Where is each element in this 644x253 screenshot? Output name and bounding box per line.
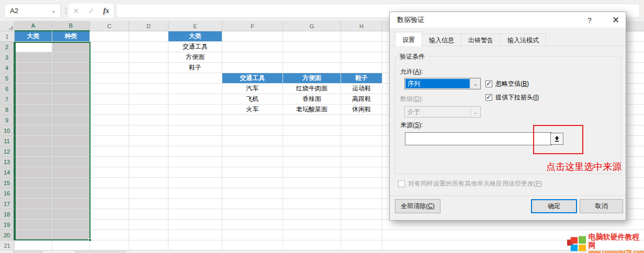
cell-F13[interactable] bbox=[222, 157, 283, 167]
cell-A2[interactable] bbox=[15, 42, 52, 52]
cell-H5[interactable]: 鞋子 bbox=[341, 73, 382, 84]
cell-H15[interactable] bbox=[341, 178, 382, 188]
cell-H4[interactable] bbox=[341, 63, 382, 73]
cell-E18[interactable] bbox=[168, 209, 222, 220]
cell-D5[interactable] bbox=[129, 73, 168, 84]
cell-E17[interactable] bbox=[168, 199, 222, 209]
in-cell-dropdown-checkbox[interactable]: 提供下拉箭头(I) bbox=[485, 93, 539, 102]
row-header-21[interactable]: 21 bbox=[0, 240, 15, 251]
cell-G13[interactable] bbox=[283, 157, 341, 167]
allow-dropdown[interactable]: 序列 ⌄ bbox=[404, 78, 481, 89]
checkbox-icon[interactable] bbox=[485, 94, 492, 101]
watermark-url[interactable]: www.computer26.com bbox=[588, 249, 644, 253]
cell-H1[interactable] bbox=[341, 31, 382, 42]
cell-D3[interactable] bbox=[129, 52, 168, 63]
row-header-18[interactable]: 18 bbox=[0, 209, 15, 220]
cell-F8[interactable]: 火车 bbox=[222, 105, 283, 115]
cell-F9[interactable] bbox=[222, 115, 283, 125]
column-header-D[interactable]: D bbox=[129, 21, 168, 31]
row-header-12[interactable]: 12 bbox=[0, 146, 15, 157]
cell-C2[interactable] bbox=[90, 42, 129, 52]
cell-C17[interactable] bbox=[90, 199, 129, 209]
cell-G10[interactable] bbox=[283, 125, 341, 136]
cell-H17[interactable] bbox=[341, 199, 382, 209]
cell-C20[interactable] bbox=[90, 230, 129, 240]
chevron-down-icon[interactable]: ⌄ bbox=[51, 7, 56, 14]
select-all-corner[interactable] bbox=[0, 21, 15, 31]
cell-A1[interactable]: 大类 bbox=[15, 31, 52, 42]
cell-G8[interactable]: 老坛酸菜面 bbox=[283, 105, 341, 115]
column-header-B[interactable]: B bbox=[52, 21, 90, 31]
cell-B5[interactable] bbox=[52, 73, 90, 84]
row-header-9[interactable]: 9 bbox=[0, 115, 15, 125]
sheet-tab-partial[interactable] bbox=[75, 251, 126, 253]
cell-H9[interactable] bbox=[341, 115, 382, 125]
cell-H2[interactable] bbox=[341, 42, 382, 52]
row-header-15[interactable]: 15 bbox=[0, 178, 15, 188]
cell-G21[interactable] bbox=[283, 240, 341, 251]
cell-H21[interactable] bbox=[341, 240, 382, 251]
cell-E20[interactable] bbox=[168, 230, 222, 240]
cell-H18[interactable] bbox=[341, 209, 382, 220]
cancel-entry-icon[interactable]: ✕ bbox=[73, 6, 80, 16]
cell-D20[interactable] bbox=[129, 230, 168, 240]
row-header-8[interactable]: 8 bbox=[0, 105, 15, 115]
checkbox-icon[interactable] bbox=[485, 80, 492, 87]
column-header-A[interactable]: A bbox=[15, 21, 52, 31]
cell-C14[interactable] bbox=[90, 167, 129, 178]
cell-A14[interactable] bbox=[15, 167, 52, 178]
column-header-H[interactable]: H bbox=[341, 21, 382, 31]
cell-C3[interactable] bbox=[90, 52, 129, 63]
cell-E3[interactable]: 方便面 bbox=[168, 52, 222, 63]
cell-E9[interactable] bbox=[168, 115, 222, 125]
cell-B11[interactable] bbox=[52, 136, 90, 146]
cell-B16[interactable] bbox=[52, 188, 90, 199]
column-header-G[interactable]: G bbox=[283, 21, 341, 31]
cell-E12[interactable] bbox=[168, 146, 222, 157]
cell-C15[interactable] bbox=[90, 178, 129, 188]
cell-A17[interactable] bbox=[15, 199, 52, 209]
cell-G16[interactable] bbox=[283, 188, 341, 199]
cell-F18[interactable] bbox=[222, 209, 283, 220]
cell-E11[interactable] bbox=[168, 136, 222, 146]
cell-B13[interactable] bbox=[52, 157, 90, 167]
close-icon[interactable]: ✕ bbox=[609, 14, 622, 27]
cell-C10[interactable] bbox=[90, 125, 129, 136]
cell-B4[interactable] bbox=[52, 63, 90, 73]
cell-E21[interactable] bbox=[168, 240, 222, 251]
cell-C7[interactable] bbox=[90, 94, 129, 105]
cell-G4[interactable] bbox=[283, 63, 341, 73]
cell-A7[interactable] bbox=[15, 94, 52, 105]
row-header-14[interactable]: 14 bbox=[0, 167, 15, 178]
cell-F6[interactable]: 汽车 bbox=[222, 84, 283, 94]
cell-A10[interactable] bbox=[15, 125, 52, 136]
cell-D18[interactable] bbox=[129, 209, 168, 220]
cell-H19[interactable] bbox=[341, 220, 382, 230]
cell-H7[interactable]: 高跟鞋 bbox=[341, 94, 382, 105]
cell-D9[interactable] bbox=[129, 115, 168, 125]
cell-D6[interactable] bbox=[129, 84, 168, 94]
cell-H20[interactable] bbox=[341, 230, 382, 240]
cell-G5[interactable]: 方便面 bbox=[283, 73, 341, 84]
cell-D4[interactable] bbox=[129, 63, 168, 73]
cell-F5[interactable]: 交通工具 bbox=[222, 73, 283, 84]
cell-G7[interactable]: 香辣面 bbox=[283, 94, 341, 105]
row-header-1[interactable]: 1 bbox=[0, 31, 15, 42]
cell-B19[interactable] bbox=[52, 220, 90, 230]
cell-E15[interactable] bbox=[168, 178, 222, 188]
cell-D2[interactable] bbox=[129, 42, 168, 52]
cell-E8[interactable] bbox=[168, 105, 222, 115]
cell-B18[interactable] bbox=[52, 209, 90, 220]
cell-C16[interactable] bbox=[90, 188, 129, 199]
cell-D15[interactable] bbox=[129, 178, 168, 188]
cell-H8[interactable]: 休闲鞋 bbox=[341, 105, 382, 115]
cell-B2[interactable] bbox=[52, 42, 90, 52]
cell-E2[interactable]: 交通工具 bbox=[168, 42, 222, 52]
cell-E4[interactable]: 鞋子 bbox=[168, 63, 222, 73]
cell-F21[interactable] bbox=[222, 240, 283, 251]
cell-D12[interactable] bbox=[129, 146, 168, 157]
cell-G20[interactable] bbox=[283, 230, 341, 240]
cell-B6[interactable] bbox=[52, 84, 90, 94]
cell-D1[interactable] bbox=[129, 31, 168, 42]
cell-H13[interactable] bbox=[341, 157, 382, 167]
